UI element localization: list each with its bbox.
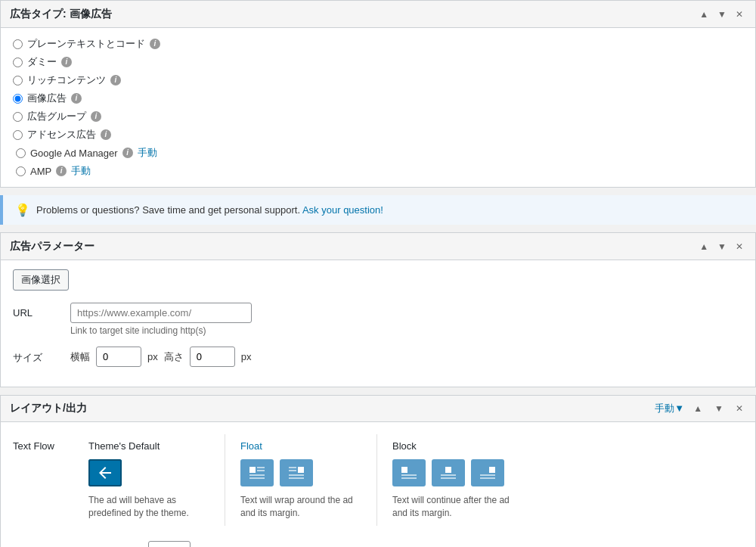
flow-float-right-btn[interactable] (280, 459, 313, 486)
ad-type-header: 広告タイプ: 画像広告 ▲ ▼ ✕ (1, 1, 755, 28)
radio-image[interactable]: 画像広告 i (13, 92, 743, 105)
svg-rect-5 (298, 467, 304, 473)
radio-image-label: 画像広告 (27, 92, 67, 105)
svg-rect-2 (257, 470, 265, 471)
flow-group-float-title: Float (240, 440, 361, 452)
height-label: 高さ (164, 350, 184, 364)
layout-title: レイアウト/出力 (10, 402, 87, 415)
amp-manual-link[interactable]: 手動 (71, 164, 91, 178)
float-left-icon (248, 464, 266, 482)
height-input[interactable] (190, 347, 235, 367)
size-field: 横幅 px 高さ px (70, 347, 743, 367)
flow-float-desc: Text will wrap around the ad and its mar… (240, 494, 361, 520)
url-hint: Link to target site including http(s) (70, 325, 743, 336)
margin-top-input[interactable] (148, 541, 191, 547)
ad-type-controls: ▲ ▼ ✕ (696, 8, 746, 21)
radio-plain[interactable]: プレーンテキストとコード i (13, 37, 743, 51)
radio-amp-label: AMP (30, 166, 51, 177)
info-icon-image[interactable]: i (71, 93, 82, 104)
flow-options: Theme's Default The ad will behave as pr… (73, 434, 528, 526)
amp-row: AMP i 手動 (16, 164, 743, 178)
margin-label: マージン (13, 541, 73, 547)
radio-adsense[interactable]: アドセンス広告 i (13, 128, 743, 141)
layout-section: レイアウト/出力 手動▼ ▲ ▼ ✕ Text Flow Theme's Def… (0, 395, 756, 547)
collapse-up-btn[interactable]: ▲ (696, 8, 711, 21)
svg-rect-16 (489, 467, 495, 473)
flow-default-desc: The ad will behave as predefined by the … (88, 494, 209, 520)
margin-top-row (148, 541, 191, 547)
info-icon-dummy[interactable]: i (61, 57, 72, 67)
svg-rect-8 (289, 474, 304, 476)
svg-rect-11 (401, 474, 417, 476)
block-right-icon (479, 464, 497, 482)
layout-collapse-up-btn[interactable]: ▲ (690, 402, 705, 415)
image-select-button[interactable]: 画像選択 (13, 269, 69, 291)
layout-header: レイアウト/出力 手動▼ ▲ ▼ ✕ (1, 396, 755, 422)
notice-link[interactable]: Ask your question! (302, 204, 383, 216)
height-px: px (241, 351, 252, 362)
radio-image-input[interactable] (13, 94, 23, 104)
svg-rect-13 (445, 467, 451, 473)
radio-rich[interactable]: リッチコンテンツ i (13, 73, 743, 87)
close-btn[interactable]: ✕ (733, 8, 746, 21)
gam-manual-link[interactable]: 手動 (138, 146, 157, 160)
flow-group-float: Float (225, 434, 377, 526)
flow-group-block-title: Block (392, 440, 513, 452)
flow-float-left-btn[interactable] (240, 459, 274, 486)
radio-rich-input[interactable] (13, 76, 23, 85)
radio-group-input[interactable] (13, 112, 23, 122)
info-icon-amp[interactable]: i (56, 166, 67, 176)
radio-amp-input[interactable] (16, 166, 26, 176)
info-icon-rich[interactable]: i (110, 75, 121, 85)
flow-block-right-btn[interactable] (471, 459, 504, 486)
collapse-down-btn[interactable]: ▼ (714, 8, 730, 21)
radio-dummy-input[interactable] (13, 57, 23, 67)
url-row: URL Link to target site including http(s… (13, 303, 743, 336)
radio-dummy[interactable]: ダミー i (13, 55, 743, 69)
manual-link[interactable]: 手動▼ (655, 402, 684, 415)
layout-header-right: 手動▼ ▲ ▼ ✕ (655, 402, 746, 415)
info-icon-group[interactable]: i (91, 111, 101, 122)
svg-rect-10 (401, 467, 407, 473)
radio-group[interactable]: 広告グループ i (13, 110, 743, 123)
ad-type-radio-group: プレーンテキストとコード i ダミー i リッチコンテンツ i 画像広告 i 広… (13, 37, 743, 178)
radio-rich-label: リッチコンテンツ (27, 73, 106, 87)
text-flow-section: Text Flow Theme's Default The ad will be… (13, 434, 743, 526)
block-left-icon (400, 464, 418, 482)
layout-close-btn[interactable]: ✕ (733, 402, 746, 415)
params-collapse-up-btn[interactable]: ▲ (696, 240, 711, 253)
size-label: サイズ (13, 347, 58, 365)
size-row: サイズ 横幅 px 高さ px (13, 347, 743, 367)
params-close-btn[interactable]: ✕ (733, 240, 746, 253)
flow-block-center-btn[interactable] (432, 459, 465, 486)
layout-collapse-down-btn[interactable]: ▼ (711, 402, 727, 415)
info-icon-plain[interactable]: i (150, 39, 160, 49)
svg-rect-7 (289, 470, 296, 471)
svg-rect-4 (249, 477, 265, 479)
radio-dummy-label: ダミー (27, 55, 57, 69)
info-icon-gam[interactable]: i (122, 148, 133, 158)
ad-params-section: 広告パラメーター ▲ ▼ ✕ 画像選択 URL Link to target s… (0, 232, 756, 387)
ad-type-body: プレーンテキストとコード i ダミー i リッチコンテンツ i 画像広告 i 広… (1, 28, 755, 187)
radio-plain-input[interactable] (13, 39, 23, 49)
flow-default-btn[interactable] (88, 459, 122, 486)
width-input[interactable] (96, 347, 141, 367)
layout-body: Text Flow Theme's Default The ad will be… (1, 422, 755, 547)
svg-rect-17 (480, 474, 495, 476)
flow-block-left-btn[interactable] (392, 459, 426, 486)
url-input[interactable] (70, 303, 252, 323)
flow-icons-block (392, 459, 513, 486)
ad-type-section: 広告タイプ: 画像広告 ▲ ▼ ✕ プレーンテキストとコード i ダミー i リ… (0, 0, 756, 188)
info-icon-adsense[interactable]: i (101, 129, 111, 140)
ad-params-controls: ▲ ▼ ✕ (696, 240, 746, 253)
width-px: px (147, 351, 158, 362)
flow-group-block: Block (377, 434, 528, 526)
margin-diagram: ▲ ◀ 広告 ▶ ▼ in px (85, 541, 253, 547)
radio-adsense-input[interactable] (13, 130, 23, 140)
svg-rect-12 (401, 477, 417, 479)
svg-rect-9 (289, 477, 304, 479)
notice-bar: 💡 Problems or questions? Save time and g… (0, 195, 756, 225)
radio-gam-input[interactable] (16, 148, 26, 158)
params-collapse-down-btn[interactable]: ▼ (714, 240, 730, 253)
flow-default-icon (96, 464, 114, 482)
